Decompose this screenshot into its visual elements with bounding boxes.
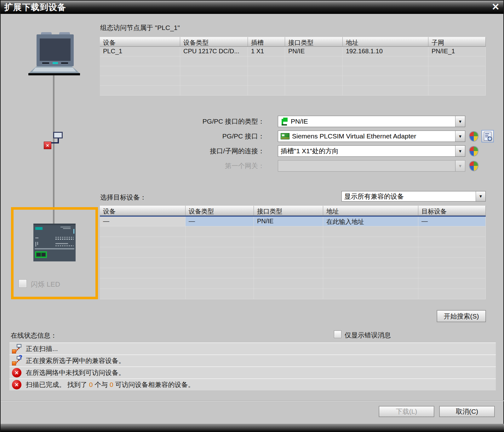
chevron-down-icon[interactable]: ▼	[455, 146, 465, 156]
laptop-led	[53, 62, 58, 64]
show-accessible-devices-button[interactable]	[482, 130, 494, 142]
status-message: 在所选网络中未找到可访问设备。	[26, 368, 125, 377]
pgpc-type-value: PN/IE	[288, 118, 455, 125]
network-card-icon	[281, 133, 289, 139]
target-devices-table: 设备 设备类型 接口类型 地址 目标设备 — — PN/IE 在此输入地址 —	[100, 206, 486, 299]
cell-subnet: PN/IE_1	[428, 47, 486, 56]
cell-slot: 1 X1	[248, 47, 285, 56]
table-row-empty	[100, 247, 486, 258]
table-row-empty	[100, 66, 486, 76]
close-icon[interactable]: ✕	[492, 1, 500, 12]
col-header-device-type[interactable]: 设备类型	[186, 206, 254, 216]
cell-target-device: —	[418, 217, 486, 226]
subnet-connection-combobox[interactable]: 插槽"1 X1"处的方向 ▼	[278, 145, 465, 157]
subnet-connection-label: 接口/子网的连接：	[183, 147, 265, 155]
pg-laptop-graphic	[28, 32, 80, 76]
device-filter-combobox[interactable]: 显示所有兼容的设备 ▼	[341, 191, 486, 201]
col-header-address[interactable]: 地址	[323, 206, 418, 216]
download-button: 下载(L)	[379, 406, 434, 417]
pgpc-interface-label: PG/PC 接口：	[183, 132, 265, 141]
config-table-caption: 组态访问节点属于 "PLC_1"	[100, 23, 180, 32]
pgpc-interface-row: PG/PC 接口： Siemens PLCSIM Virtual Etherne…	[183, 131, 494, 142]
table-row-empty	[100, 258, 486, 268]
status-message: 扫描已完成。 找到了 0 个与 0 可访问设备相兼容的设备。	[26, 380, 195, 389]
pgpc-type-label: PG/PC 接口的类型：	[183, 117, 265, 126]
col-header-target-device[interactable]: 目标设备	[418, 206, 486, 216]
table-row-empty	[100, 268, 486, 278]
properties-shield-icon[interactable]	[469, 161, 478, 171]
subnet-connection-value: 插槽"1 X1"处的方向	[278, 147, 455, 155]
error-only-label: 仅显示错误消息	[345, 331, 391, 340]
config-access-nodes-table: 设备 设备类型 插槽 接口类型 地址 子网 PLC_1 CPU 1217C DC…	[100, 37, 486, 96]
laptop-vent	[42, 62, 49, 64]
laptop-keys	[31, 67, 77, 72]
col-header-slot[interactable]: 插槽	[248, 37, 285, 47]
table-row-empty	[100, 237, 486, 247]
pgpc-interface-value: Siemens PLCSIM Virtual Ethernet Adapter	[289, 132, 455, 140]
cell-device-type: CPU 1217C DC/D...	[180, 47, 248, 56]
magnifier-icon	[488, 137, 492, 141]
plc-device-graphic	[33, 224, 76, 261]
error-icon: ✕	[12, 380, 21, 389]
start-search-button[interactable]: 开始搜索(S)	[437, 310, 486, 322]
cell-device: —	[100, 217, 186, 226]
status-message: 正在搜索所选子网中的兼容设备。	[26, 356, 125, 365]
cell-device: PLC_1	[100, 47, 180, 56]
pnie-plug-icon	[281, 117, 288, 126]
subnet-connection-row: 接口/子网的连接： 插槽"1 X1"处的方向 ▼	[183, 145, 478, 157]
select-target-label: 选择目标设备：	[100, 193, 146, 202]
first-gateway-row: 第一个网关： ▼	[183, 160, 478, 172]
status-message-row: 正在扫描...	[9, 342, 496, 354]
config-table-header-row: 设备 设备类型 插槽 接口类型 地址 子网	[100, 37, 486, 47]
cell-interface-type: PN/IE	[285, 47, 343, 56]
target-device-row-selected[interactable]: — — PN/IE 在此输入地址 —	[100, 216, 486, 226]
cell-address-input[interactable]: 在此输入地址	[323, 217, 418, 226]
pgpc-type-combobox[interactable]: PN/IE ▼	[278, 116, 465, 127]
laptop-vent	[61, 62, 68, 64]
col-header-interface-type[interactable]: 接口类型	[254, 206, 323, 216]
found-count: 0	[89, 381, 93, 388]
first-gateway-label: 第一个网关：	[183, 161, 265, 170]
dialog-title: 扩展下载到设备	[1, 2, 66, 13]
extended-download-dialog: 扩展下载到设备 ✕ ✕ 组态访问节点属于 "PLC_1" 设备 设备类型 插槽 …	[0, 0, 504, 432]
cell-device-type: —	[186, 217, 254, 226]
table-row-empty	[100, 289, 486, 299]
status-message: 正在扫描...	[26, 344, 58, 353]
device-filter-value: 显示所有兼容的设备	[342, 192, 476, 201]
connection-error-icon: ✕	[44, 142, 51, 149]
col-header-device[interactable]: 设备	[100, 206, 186, 216]
properties-shield-icon[interactable]	[469, 131, 478, 142]
chevron-down-icon[interactable]: ▼	[476, 191, 485, 201]
col-header-subnet[interactable]: 子网	[428, 37, 486, 47]
window-bottom-bar	[1, 424, 504, 432]
col-header-interface-type[interactable]: 接口类型	[285, 37, 343, 47]
col-header-device[interactable]: 设备	[100, 37, 180, 47]
chevron-down-icon[interactable]: ▼	[455, 131, 465, 142]
question-mark-icon: ?	[19, 354, 22, 361]
col-header-device-type[interactable]: 设备类型	[180, 37, 248, 47]
footer-separator	[1, 400, 504, 401]
accessible-count: 0	[110, 381, 113, 388]
properties-shield-icon[interactable]	[469, 146, 478, 156]
network-connection-line	[53, 75, 54, 224]
chevron-down-icon: ▼	[455, 161, 465, 171]
status-message-row: ✕ 在所选网络中未找到可访问设备。	[9, 366, 496, 378]
col-header-address[interactable]: 地址	[343, 37, 428, 47]
network-adapter-icon	[53, 132, 63, 138]
pgpc-type-row: PG/PC 接口的类型： PN/IE ▼	[183, 116, 465, 127]
table-row-empty	[100, 56, 486, 66]
first-gateway-combobox: ▼	[278, 160, 465, 172]
table-row-empty	[100, 76, 486, 86]
searching-icon: ?	[12, 356, 22, 366]
table-row[interactable]: PLC_1 CPU 1217C DC/D... 1 X1 PN/IE 192.1…	[100, 47, 486, 56]
ethernet-ports-icon	[35, 251, 47, 258]
table-row-empty	[100, 86, 486, 96]
laptop-display	[40, 38, 71, 61]
error-only-checkbox[interactable]	[334, 330, 341, 338]
pgpc-interface-combobox[interactable]: Siemens PLCSIM Virtual Ethernet Adapter …	[278, 131, 465, 142]
chevron-down-icon[interactable]: ▼	[455, 116, 465, 127]
title-bar: 扩展下载到设备 ✕	[1, 1, 503, 14]
siemens-logo	[35, 227, 43, 230]
cancel-button[interactable]: 取消(C)	[439, 406, 495, 417]
target-table-header-row: 设备 设备类型 接口类型 地址 目标设备	[100, 206, 486, 216]
